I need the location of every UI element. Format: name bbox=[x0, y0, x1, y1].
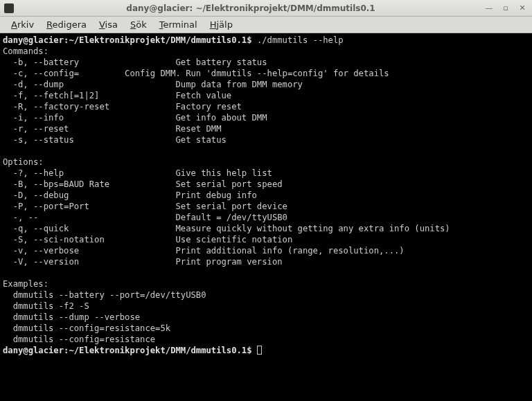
menu-redigera[interactable]: Redigera bbox=[41, 18, 92, 31]
window-controls: — ▫ ✕ bbox=[484, 3, 528, 13]
terminal-icon bbox=[4, 3, 14, 13]
menu-terminal[interactable]: Terminal bbox=[154, 18, 203, 31]
terminal-output: dany@glacier:~/Elektronikprojekt/DMM/dmm… bbox=[3, 35, 529, 356]
cursor bbox=[257, 346, 262, 355]
terminal-viewport[interactable]: dany@glacier:~/Elektronikprojekt/DMM/dmm… bbox=[0, 33, 532, 401]
menubar: ArkivRedigeraVisaSökTerminalHjälp bbox=[0, 17, 532, 33]
menu-arkiv[interactable]: Arkiv bbox=[6, 18, 39, 31]
menu-visa[interactable]: Visa bbox=[94, 18, 123, 31]
maximize-button[interactable]: ▫ bbox=[500, 3, 511, 13]
window-title: dany@glacier: ~/Elektronikprojekt/DMM/dm… bbox=[18, 3, 484, 13]
titlebar: dany@glacier: ~/Elektronikprojekt/DMM/dm… bbox=[0, 0, 532, 17]
close-button[interactable]: ✕ bbox=[517, 3, 528, 13]
minimize-button[interactable]: — bbox=[484, 3, 495, 13]
menu-sök[interactable]: Sök bbox=[125, 18, 152, 31]
menu-hjälp[interactable]: Hjälp bbox=[204, 18, 238, 31]
app-window: dany@glacier: ~/Elektronikprojekt/DMM/dm… bbox=[0, 0, 532, 401]
